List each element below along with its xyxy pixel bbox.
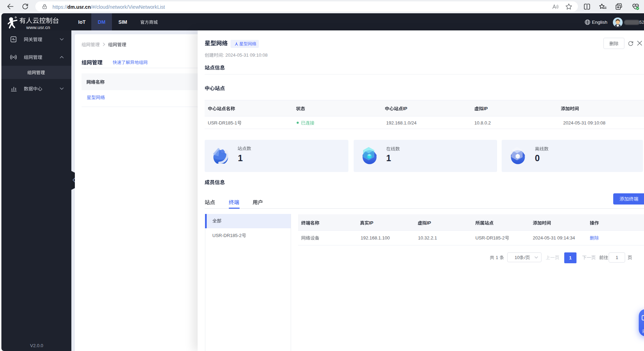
svg-text:R: R <box>15 17 16 18</box>
